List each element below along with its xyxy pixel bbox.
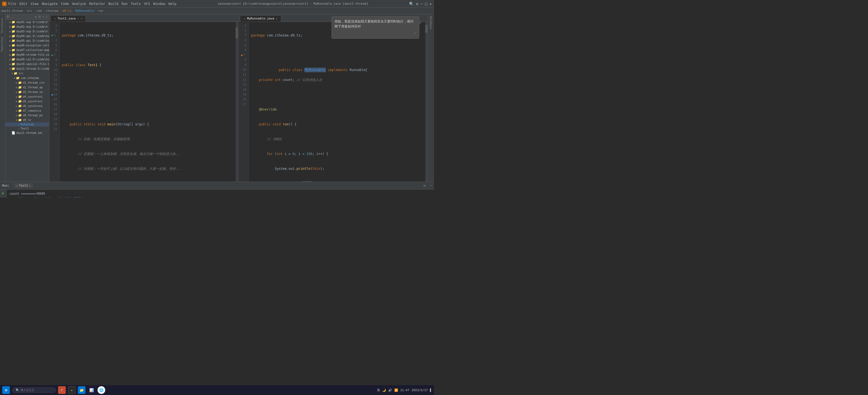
menu-refactor[interactable]: Refactor xyxy=(89,2,105,6)
sidebar-item-day05[interactable]: ▶ 📁 day05-api D:\code\hu xyxy=(5,38,49,43)
settings-icon[interactable]: ⚙ xyxy=(416,2,418,6)
left-side-tabs: Structure Favorites xyxy=(0,14,5,181)
menu-file[interactable]: File xyxy=(8,2,16,6)
menu-edit[interactable]: Edit xyxy=(20,2,27,6)
menu-build[interactable]: Build xyxy=(108,2,118,6)
sidebar-item-day11[interactable]: ▼ 📁 day11-thread D:\code\ xyxy=(5,66,49,71)
right-code-content[interactable]: package com.itheima.d9_tz; public class … xyxy=(249,23,427,181)
tab-test1[interactable]: ☕ Test1.java ✓ ✕ xyxy=(51,16,86,22)
breadcrumb-item-3[interactable]: itheima xyxy=(46,9,58,12)
line-num: 18 xyxy=(52,112,57,117)
sidebar-item-d4[interactable]: ▶ 📁 d4_synchroni xyxy=(5,94,49,99)
ai-tooltip-check[interactable]: ✓ xyxy=(414,31,416,35)
sidebar-item-d5[interactable]: ▶ 📁 d5_synchroni xyxy=(5,99,49,104)
menu-tools[interactable]: Tools xyxy=(131,2,141,6)
run-tab-close[interactable]: ✕ xyxy=(29,184,31,187)
code-line: private int count; // 记录浏览人次 xyxy=(251,77,425,82)
line-numbers: 1 2 ▶3 4 5 6 ▶7 8 9 10 1 xyxy=(49,23,60,181)
expand-arrow: ▶ xyxy=(9,21,11,24)
line-num: 14 xyxy=(52,87,57,92)
menu-view[interactable]: View xyxy=(31,2,39,6)
menu-navigate[interactable]: Navigate xyxy=(42,2,58,6)
search-icon[interactable]: 🔍 xyxy=(409,2,414,6)
minimize-button[interactable]: ─ xyxy=(421,2,423,6)
window-controls[interactable]: 🔍 ⚙ ─ □ ✕ xyxy=(409,2,432,6)
sidebar-controls[interactable]: ⚙ ☰ ⬆ ⬇ xyxy=(35,16,48,18)
right-code-area[interactable]: 1 2 3 4 5 6 ●7 8 9 10 11 12 xyxy=(239,22,427,181)
sidebar-item-d9[interactable]: ▼ 📁 d9_tz xyxy=(5,118,49,122)
breadcrumb-item-4[interactable]: d9_tz xyxy=(62,9,71,12)
breadcrumb-item-2[interactable]: com xyxy=(36,9,42,12)
maximize-button[interactable]: □ xyxy=(425,2,427,6)
output-link[interactable]: com.itheima.d9_tz.MyRunnable@6bb47690 xyxy=(9,197,83,198)
run-tab-test1[interactable]: ☕ Test1 ✕ xyxy=(14,183,33,188)
expand-arrow: ▶ xyxy=(9,44,11,47)
right-scrollbar-thumb[interactable] xyxy=(425,25,427,33)
window-title: javaseproject [D:\code\huangpuipro1\java… xyxy=(177,2,409,5)
breadcrumb-item-5[interactable]: MyRunnable xyxy=(75,9,94,12)
sidebar-item-d2[interactable]: ▶ 📁 d2_thread_ap xyxy=(5,85,49,90)
menu-help[interactable]: Help xyxy=(168,2,177,6)
sidebar-item-day04[interactable]: ▶ 📁 day04-api D:\code\hu xyxy=(5,34,49,38)
sidebar-item-test1[interactable]: ☕ Test1 xyxy=(5,126,49,131)
left-code-content[interactable]: package com.itheima.d9_tz; public class … xyxy=(60,23,238,181)
sidebar-item-com[interactable]: ▼ 📁 com.itheima xyxy=(5,76,49,80)
breadcrumb-item-6[interactable]: run xyxy=(98,9,103,12)
menu-analyze[interactable]: Analyze xyxy=(72,2,86,6)
expand-arrow: ▶ xyxy=(9,49,11,52)
sidebar-item-src[interactable]: ▼ 📁 src xyxy=(5,71,49,76)
favorites-tab[interactable]: Favorites xyxy=(0,35,5,53)
tab-close-button[interactable]: ✕ xyxy=(276,17,278,20)
sidebar-item-day10[interactable]: ▶ 📁 day10-special-file-log xyxy=(5,62,49,66)
stop-button[interactable]: ⬇ xyxy=(1,197,6,198)
folder-icon: 📁 xyxy=(11,48,16,52)
sidebar-item-d7[interactable]: ▶ 📁 d7_comunica xyxy=(5,108,49,113)
nav-bar: day11-thread › src › com › itheima › d9_… xyxy=(0,8,434,14)
breadcrumb-item-1[interactable]: src xyxy=(27,9,32,12)
menu-run[interactable]: Run xyxy=(122,2,128,6)
sidebar-item-d8[interactable]: ▶ 📁 d8_thread_po xyxy=(5,113,49,118)
sidebar-header: P... ⚙ ☰ ⬆ ⬇ xyxy=(5,14,49,20)
sidebar-label: d6_synchroni xyxy=(23,105,42,108)
left-code-area[interactable]: 1 2 ▶3 4 5 6 ▶7 8 9 10 1 xyxy=(49,22,238,181)
sidebar-item-day06[interactable]: ▶ 📁 day06-exception-colle xyxy=(5,43,49,48)
sidebar-label: d1_thread_cre xyxy=(23,81,44,84)
database-icon[interactable]: Database xyxy=(429,16,433,30)
sidebar-item-day08[interactable]: ▶ 📁 day08-stream-file-io xyxy=(5,52,49,57)
output-area: count =======>9999 com.itheima.d9_tz.MyR… xyxy=(7,190,434,198)
left-editor-tabs: ☕ Test1.java ✓ ✕ xyxy=(49,14,238,22)
bottom-collapse-icon[interactable]: ─ xyxy=(430,184,432,188)
title-bar: ✦ File Edit View Navigate Code Analyze R… xyxy=(0,0,434,8)
folder-icon: 📁 xyxy=(11,39,16,43)
sidebar-item-day03[interactable]: ▶ 📁 day03-oop D:\code\h xyxy=(5,29,49,34)
run-gutter-icon[interactable]: ▶ xyxy=(52,53,53,58)
menu-window[interactable]: Window xyxy=(153,2,165,6)
tab-myrunnable[interactable]: ☕ MyRunnable.java ✕ xyxy=(240,16,281,22)
run-button[interactable]: ▶ xyxy=(1,191,6,196)
menu-bar[interactable]: File Edit View Navigate Code Analyze Ref… xyxy=(8,2,177,6)
run-gutter-icon[interactable]: ▶ xyxy=(52,33,53,38)
sidebar-item-day09[interactable]: ▶ 📁 day09-io2 D:\code\hu xyxy=(5,57,49,62)
bottom-settings-icon[interactable]: ⚙ xyxy=(424,184,426,188)
sidebar-item-d6[interactable]: ▶ 📁 d6_synchroni xyxy=(5,104,49,108)
right-scrollbar[interactable] xyxy=(425,22,427,181)
sidebar-item-day07[interactable]: ▶ 📁 day07-collection-map xyxy=(5,48,49,52)
line-num: ●7 xyxy=(241,53,246,58)
scrollbar-thumb[interactable] xyxy=(236,27,238,38)
menu-code[interactable]: Code xyxy=(61,2,69,6)
sidebar-item-myrunnable[interactable]: ☕ MyRunnab xyxy=(5,122,49,126)
sidebar-item-iml[interactable]: 📄 day11-thread.iml xyxy=(5,131,49,135)
sidebar-item-day01[interactable]: ▶ 📁 day01-oop D:\code\h xyxy=(5,20,49,24)
sidebar-item-d3[interactable]: ▶ 📁 d3_thread_sa xyxy=(5,90,49,94)
breadcrumb-item-0[interactable]: day11-thread xyxy=(1,9,23,12)
bottom-panel: Run: ☕ Test1 ✕ ⚙ ─ ▶ ⬇ ↺ ↕ 📌 » count ===… xyxy=(0,181,434,198)
sidebar-item-d1[interactable]: ▶ 📁 d1_thread_cre xyxy=(5,80,49,85)
structure-tab[interactable]: Structure xyxy=(0,17,5,34)
line-num: 10 xyxy=(241,67,246,73)
sidebar-item-day02[interactable]: ▶ 📁 day02-oop D:\code\h xyxy=(5,24,49,29)
close-button[interactable]: ✕ xyxy=(430,2,432,6)
scrollbar[interactable] xyxy=(236,22,238,181)
line-num: ●14 xyxy=(52,92,57,97)
tab-close-button[interactable]: ✕ xyxy=(81,17,82,20)
menu-vcs[interactable]: VCS xyxy=(144,2,150,6)
